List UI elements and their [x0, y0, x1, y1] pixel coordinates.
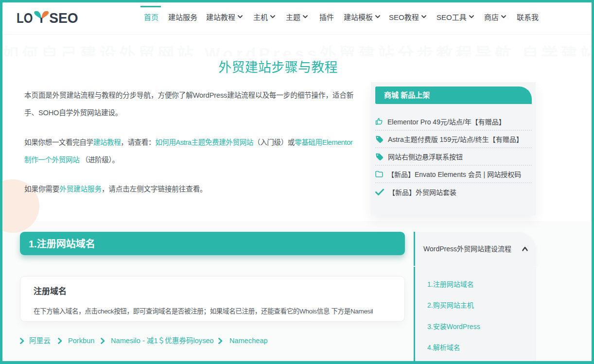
svg-text:LO: LO [17, 11, 33, 25]
svg-text:SEO: SEO [49, 11, 78, 25]
